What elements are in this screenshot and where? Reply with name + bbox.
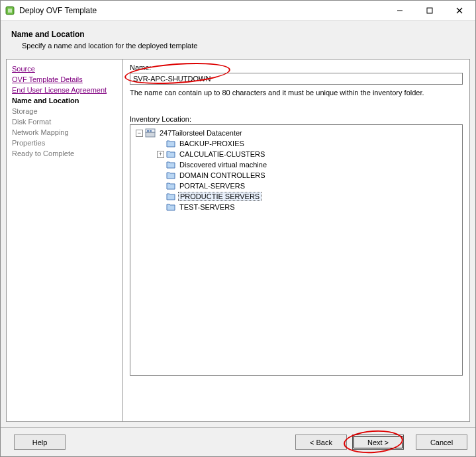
tree-item-label[interactable]: CALCULATIE-CLUSTERS	[178, 150, 266, 158]
close-button[interactable]	[444, 1, 474, 20]
tree-item-label[interactable]: TEST-SERVERS	[178, 203, 236, 211]
folder-icon	[166, 192, 175, 200]
deploy-ovf-window: Deploy OVF Template Name and Location Sp…	[0, 0, 476, 457]
expand-icon[interactable]: +	[157, 151, 164, 158]
window-controls	[385, 1, 474, 20]
step-disk-format: Disk Format	[12, 116, 117, 127]
tree-item-label[interactable]: BACKUP-PROXIES	[178, 140, 246, 147]
wizard-footer: Help < Back Next > Cancel	[1, 427, 475, 456]
next-button[interactable]: Next >	[352, 435, 404, 450]
page-subtitle: Specify a name and location for the depl…	[22, 42, 470, 50]
page-title: Name and Location	[11, 30, 470, 39]
tree-item-selected[interactable]: PRODUCTIE SERVERS	[132, 191, 461, 202]
inventory-label: Inventory Location:	[130, 115, 463, 123]
help-button[interactable]: Help	[14, 435, 66, 450]
tree-item[interactable]: DOMAIN CONTROLLERS	[132, 170, 461, 181]
svg-rect-1	[8, 9, 12, 13]
svg-rect-9	[150, 130, 152, 132]
main-panel: Name: The name can contain up to 80 char…	[123, 60, 469, 421]
folder-icon	[166, 161, 175, 169]
folder-icon	[166, 140, 175, 147]
tree-item-label[interactable]: Discovered virtual machine	[178, 161, 268, 169]
inventory-tree[interactable]: − 247Tailorsteel Datacenter	[130, 124, 463, 376]
minimize-button[interactable]	[385, 1, 414, 20]
tree-item[interactable]: TEST-SERVERS	[132, 202, 461, 212]
tree-item-label[interactable]: DOMAIN CONTROLLERS	[178, 171, 267, 179]
collapse-icon[interactable]: −	[136, 130, 143, 137]
maximize-button[interactable]	[414, 1, 444, 20]
wizard-steps: Source OVF Template Details End User Lic…	[7, 60, 123, 421]
titlebar: Deploy OVF Template	[1, 1, 475, 21]
name-label: Name:	[130, 63, 463, 71]
step-eula[interactable]: End User License Agreement	[12, 85, 117, 95]
tree-item[interactable]: PORTAL-SERVERS	[132, 181, 461, 191]
back-button[interactable]: < Back	[295, 435, 347, 450]
tree-item-label[interactable]: PORTAL-SERVERS	[178, 182, 246, 190]
step-name-location: Name and Location	[12, 95, 117, 106]
step-network-mapping: Network Mapping	[12, 127, 117, 138]
step-storage: Storage	[12, 106, 117, 116]
svg-rect-6	[146, 132, 155, 137]
app-icon	[5, 5, 15, 16]
content-area: Source OVF Template Details End User Lic…	[6, 59, 470, 422]
datacenter-icon	[145, 128, 156, 138]
folder-icon	[166, 150, 175, 158]
wizard-header: Name and Location Specify a name and loc…	[1, 21, 475, 59]
tree-item-label[interactable]: PRODUCTIE SERVERS	[178, 192, 262, 201]
step-ovf-details[interactable]: OVF Template Details	[12, 74, 117, 85]
step-source[interactable]: Source	[12, 63, 117, 74]
tree-root-label[interactable]: 247Tailorsteel Datacenter	[158, 129, 244, 137]
step-ready: Ready to Complete	[12, 148, 117, 159]
folder-icon	[166, 203, 175, 211]
cancel-button[interactable]: Cancel	[416, 435, 467, 450]
tree-item[interactable]: BACKUP-PROXIES	[132, 138, 461, 149]
svg-rect-3	[427, 8, 432, 13]
window-title: Deploy OVF Template	[19, 6, 385, 15]
tree-root[interactable]: − 247Tailorsteel Datacenter	[132, 128, 461, 138]
tree-item[interactable]: + CALCULATIE-CLUSTERS	[132, 149, 461, 159]
name-hint: The name can contain up to 80 characters…	[130, 89, 463, 97]
folder-icon	[166, 182, 175, 190]
folder-icon	[166, 171, 175, 179]
svg-rect-8	[147, 130, 149, 132]
tree-item[interactable]: Discovered virtual machine	[132, 159, 461, 170]
name-input[interactable]	[130, 73, 463, 85]
step-properties: Properties	[12, 138, 117, 148]
